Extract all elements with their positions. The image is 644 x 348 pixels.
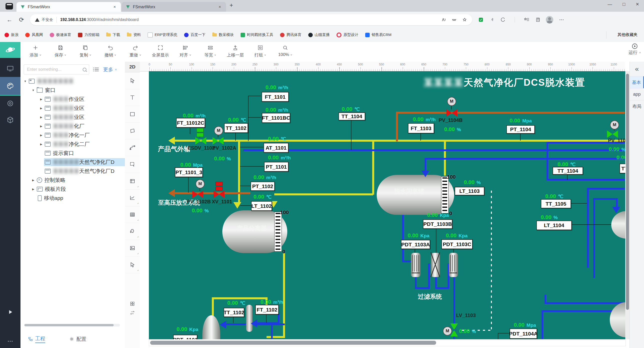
hmi-value[interactable]: 0.00m³/h: [260, 299, 283, 305]
palette-tool-chart[interactable]: ›: [125, 190, 140, 206]
hmi-tag-PDT_1103C[interactable]: PDT_1103C: [442, 239, 473, 249]
collapse-panel-button[interactable]: «: [630, 62, 644, 76]
bookmark-item[interactable]: 下载: [106, 32, 120, 37]
bookmark-item[interactable]: 百度一下: [184, 32, 206, 37]
bookmark-item[interactable]: 腾讯体育: [280, 32, 302, 37]
hmi-value[interactable]: 0.00Kpa: [176, 326, 198, 332]
hmi-tag-LT_1104[interactable]: LT_1104: [536, 220, 572, 230]
bookmark-item[interactable]: 山猫直播: [308, 32, 330, 37]
tab-actions-icon[interactable]: [6, 3, 13, 10]
hmi-value[interactable]: 0.00m³/h: [183, 112, 206, 119]
tab-close-icon[interactable]: ×: [112, 4, 117, 10]
tree-item-天然气净化厂D[interactable]: 某某某某某天然气净化厂D: [20, 167, 125, 176]
pipe-segment-yellow[interactable]: [274, 193, 373, 195]
palette-tool-lasso[interactable]: [125, 156, 140, 173]
hmi-value[interactable]: 0.00℃: [268, 136, 286, 142]
hmi-tag-PDT_1103B[interactable]: PDT_1103B: [423, 219, 452, 229]
bookmark-item[interactable]: 新浪: [4, 32, 18, 37]
toolbar-button-redo[interactable]: 重做∨: [123, 44, 148, 58]
app-logo-planet-icon[interactable]: [0, 42, 20, 58]
toolbar-button-fullscreen[interactable]: 全屏显示: [148, 44, 173, 58]
hmi-tag-PDT_1103A[interactable]: PDT_1103A: [401, 240, 430, 249]
palette-tool-cursor[interactable]: [125, 72, 140, 89]
hmi-canvas[interactable]: 某某某某天然气净化厂DCS脱水装置 产品分离器1000脱水闪蒸罐1000MMMM…: [149, 71, 625, 339]
panel-tab-布局[interactable]: 布局: [630, 100, 644, 112]
tree-item-天然气净化厂D[interactable]: 某某某某某天然气净化厂D: [20, 158, 125, 167]
hmi-tag-FT_1101[interactable]: FT_1101: [262, 92, 289, 102]
back-button[interactable]: ←: [6, 16, 12, 23]
hmi-valve-PV_110[interactable]: [607, 130, 618, 138]
caret-closed-icon[interactable]: ▶: [38, 143, 44, 146]
immersive-reader-icon[interactable]: [452, 17, 457, 22]
palette-tool-puzzle[interactable]: ›: [125, 223, 140, 240]
bookmark-other-folder[interactable]: 其他收藏夹: [606, 31, 642, 39]
hmi-filter-vessel[interactable]: [431, 253, 440, 277]
pipe-segment-blue[interactable]: [587, 188, 625, 190]
hmi-tag-FT_1101BC[interactable]: FT_1101BC: [262, 113, 290, 123]
hmi-value[interactable]: 0.00%: [459, 328, 476, 334]
hmi-tag-TT_11[interactable]: TT_11: [620, 164, 625, 174]
hmi-tag-FT_11012C[interactable]: FT_11012C: [176, 118, 205, 128]
bookmark-item[interactable]: 资料: [127, 32, 141, 37]
tree-item-窗口[interactable]: ▼窗口: [20, 86, 125, 95]
list-view-icon[interactable]: [93, 68, 99, 72]
add-favorite-icon[interactable]: [462, 17, 467, 22]
pinned-extension-icon[interactable]: [489, 17, 494, 22]
run-button[interactable]: 运行∨: [628, 43, 641, 56]
pipe-segment-blue[interactable]: [435, 287, 449, 289]
omnibox[interactable]: 不安全 192.168.0.124 :3000/#/admin/hmi/dash…: [30, 14, 472, 25]
hmi-value[interactable]: 0.00m³/h: [266, 84, 288, 91]
hmi-text-label[interactable]: 过滤系统: [418, 292, 442, 300]
toolbar-button-group[interactable]: 打组∨: [248, 44, 273, 58]
motor-indicator[interactable]: M: [214, 126, 223, 135]
motor-indicator[interactable]: M: [443, 326, 452, 336]
pipe-segment-orange[interactable]: [396, 113, 398, 142]
browser-tab[interactable]: FSmartWorx×: [122, 2, 226, 12]
tree-item-移动app[interactable]: 移动app: [20, 194, 125, 202]
hmi-valve-XV_1101[interactable]: [214, 190, 224, 198]
hmi-tag-PT_1101_3[interactable]: PT_1101_3: [175, 168, 203, 177]
hmi-vessel-round[interactable]: [611, 211, 625, 238]
toolbar-button-equalw[interactable]: 等宽∨: [198, 44, 223, 58]
left-nav-item-cube[interactable]: [0, 112, 20, 128]
palette-tool-panel[interactable]: ›: [125, 173, 140, 190]
hmi-value[interactable]: 0.00%: [444, 126, 461, 133]
minimize-button[interactable]: —: [608, 2, 612, 7]
hmi-value[interactable]: 0.00℃: [342, 106, 360, 112]
settings-dots-icon[interactable]: [559, 17, 564, 22]
pipe-segment-blue[interactable]: [402, 215, 404, 262]
pipe-segment-blue[interactable]: [546, 179, 625, 180]
bottom-tab-工程[interactable]: 工程: [28, 335, 45, 343]
hmi-tag-PDT_1104A[interactable]: PDT_1104A: [510, 328, 537, 339]
shield-extension-icon[interactable]: [478, 17, 484, 22]
pipe-segment-blue[interactable]: [546, 142, 548, 180]
pipe-segment-yellow[interactable]: [283, 253, 285, 338]
hmi-tag-PT_1104[interactable]: PT_1104: [506, 125, 535, 134]
refresh-button[interactable]: ⟳: [19, 16, 24, 23]
hmi-vessel-脱水闪蒸罐[interactable]: 脱水闪蒸罐1000: [377, 175, 454, 215]
pipe-segment-orange[interactable]: [175, 192, 250, 194]
bookmark-item[interactable]: 凤凰网: [25, 32, 43, 37]
hmi-value[interactable]: 0.00%: [192, 207, 209, 214]
bookmark-item[interactable]: 时间戳转换工具: [240, 32, 273, 37]
canvas-horizontal-scrollbar[interactable]: [149, 340, 626, 346]
palette-tool-image[interactable]: ›: [125, 240, 140, 256]
hmi-value[interactable]: 0.00m³/h: [413, 116, 436, 123]
hmi-value[interactable]: 0.00%: [609, 146, 625, 153]
hmi-text-label[interactable]: XV_1101: [212, 199, 232, 204]
pipe-segment-blue[interactable]: [415, 287, 430, 289]
tree-item-净化一厂[interactable]: ▶某某某净化一厂: [20, 131, 125, 140]
hmi-vessel-round[interactable]: [610, 302, 625, 337]
hmi-tag-TT_1102[interactable]: TT_1102: [224, 123, 248, 133]
hmi-value[interactable]: 0.00%: [214, 156, 231, 162]
profile-avatar[interactable]: [546, 16, 553, 24]
tree-item-净化二厂[interactable]: ▶某某某净化二厂: [20, 140, 125, 149]
panel-tab-app[interactable]: app: [630, 88, 644, 100]
palette-tool-table[interactable]: ›: [125, 206, 140, 223]
hmi-filter-vessel[interactable]: [449, 253, 458, 277]
tree-item-模板片段[interactable]: ▶模板片段: [20, 184, 125, 194]
motor-indicator[interactable]: M: [610, 120, 619, 130]
hmi-text-label[interactable]: PV_110: [608, 138, 625, 144]
caret-closed-icon[interactable]: ▶: [38, 116, 44, 119]
hmi-text-label[interactable]: PV_1102B: [187, 199, 211, 204]
